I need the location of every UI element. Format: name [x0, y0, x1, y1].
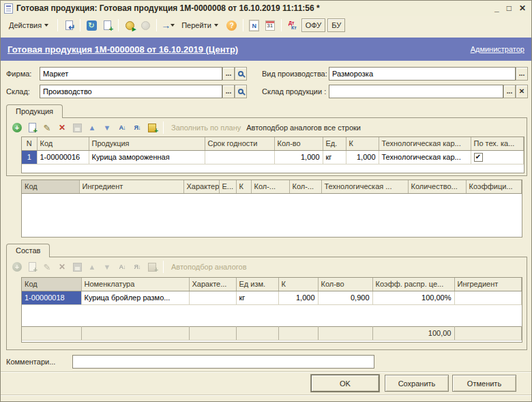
tab-products[interactable]: Продукция — [6, 104, 63, 118]
col-header-k[interactable]: К — [346, 137, 379, 150]
edit-row-button[interactable]: ✎ — [41, 121, 53, 134]
ok-button[interactable]: OK — [311, 375, 379, 392]
ingredient-cell[interactable] — [454, 291, 522, 304]
firm-input[interactable] — [40, 67, 222, 81]
warehouse-select-button[interactable]: ... — [222, 85, 235, 98]
firm-lookup-button[interactable] — [235, 67, 247, 81]
unit-cell[interactable]: кг — [236, 291, 278, 304]
tech-card-cell[interactable]: Технологическая кар... — [379, 150, 471, 164]
minimize-button[interactable]: _ — [494, 3, 499, 13]
col-header-quantity[interactable]: Количество... — [408, 180, 466, 193]
product-warehouse-clear-button[interactable]: ✕ — [516, 85, 528, 98]
qty-cell[interactable]: 0,900 — [318, 291, 372, 304]
dtkt-button[interactable]: Дт Кт — [286, 18, 299, 32]
col-header-coef[interactable]: Коэфф. распр. це... — [372, 278, 454, 291]
warehouse-input[interactable] — [40, 85, 222, 98]
close-button[interactable]: ✕ — [519, 3, 526, 13]
product-cell[interactable]: Курица замороженная — [89, 150, 205, 164]
copy-row-button[interactable]: + — [26, 121, 38, 134]
by-tech-card-cell[interactable]: ✔ — [471, 150, 524, 164]
delete-row-button[interactable]: ✕ — [56, 121, 68, 134]
characteristic-cell[interactable] — [189, 291, 236, 304]
production-type-select-button[interactable]: ... — [516, 67, 528, 81]
col-header-k[interactable]: К — [278, 278, 318, 291]
col-header-by-tech-card[interactable]: По тех. ка... — [471, 137, 524, 150]
col-header-nomenclature[interactable]: Номенклатура — [81, 278, 189, 291]
edit-row-button[interactable]: ✎ — [41, 261, 53, 273]
code-cell[interactable]: 1-00000016 — [37, 150, 89, 164]
unpost-document-button[interactable] — [138, 18, 152, 32]
shelf-life-cell[interactable] — [205, 150, 274, 164]
bu-toggle-button[interactable]: БУ — [327, 18, 345, 32]
post-document-button[interactable]: ▸ — [123, 18, 136, 32]
delete-row-button[interactable]: ✕ — [56, 261, 68, 273]
col-header-code[interactable]: Код — [22, 180, 79, 193]
copy-document-button[interactable]: + — [100, 18, 114, 32]
product-warehouse-input[interactable] — [329, 85, 503, 98]
move-down-button[interactable]: ▼ — [101, 261, 113, 273]
firm-select-button[interactable]: ... — [222, 67, 235, 81]
col-header-k[interactable]: К — [236, 180, 251, 193]
add-row-button[interactable]: + — [11, 121, 23, 134]
col-header-characteristic[interactable]: Характе... — [189, 278, 236, 291]
col-header-n[interactable]: N — [22, 137, 37, 150]
fill-button[interactable] — [146, 121, 158, 134]
qty-cell[interactable]: 1,000 — [274, 150, 323, 164]
copy-row-button[interactable]: + — [26, 261, 38, 273]
col-header-unit[interactable]: Ед. — [323, 137, 346, 150]
col-header-qty2[interactable]: Кол-... — [289, 180, 321, 193]
checkbox-checked-icon[interactable]: ✔ — [474, 153, 483, 162]
move-up-button[interactable]: ▲ — [86, 121, 98, 134]
col-header-characteristic[interactable]: Характери... — [183, 180, 219, 193]
tab-composition[interactable]: Состав — [6, 244, 50, 257]
actions-menu-button[interactable]: Действия — [4, 18, 53, 32]
fill-by-plan-button[interactable]: Заполнить по плану — [171, 124, 241, 132]
col-header-tech-card[interactable]: Технологическая ... — [321, 180, 408, 193]
document-number-button[interactable]: N — [248, 18, 261, 32]
maximize-button[interactable]: □ — [507, 3, 512, 13]
col-header-product[interactable]: Продукция — [89, 137, 205, 150]
go-button[interactable]: → — [161, 18, 175, 32]
move-down-button[interactable]: ▼ — [101, 121, 113, 134]
k-cell[interactable]: 1,000 — [278, 291, 318, 304]
cancel-button[interactable]: Отменить — [452, 375, 516, 392]
ofu-toggle-button[interactable]: ОФУ — [301, 18, 325, 32]
sort-asc-button[interactable]: А↓ — [116, 261, 128, 273]
col-header-qty1[interactable]: Кол-... — [251, 180, 289, 193]
end-edit-button[interactable] — [71, 121, 83, 134]
coef-cell[interactable]: 100,00% — [372, 291, 454, 304]
k-cell[interactable]: 1,000 — [346, 150, 379, 164]
product-warehouse-select-button[interactable]: ... — [503, 85, 516, 98]
col-header-unit[interactable]: Ед изм. — [236, 278, 278, 291]
row-number-cell[interactable]: 1 — [22, 150, 37, 164]
autoselect-all-rows-button[interactable]: Автоподбор аналогов все строки — [246, 124, 361, 132]
comment-input[interactable] — [72, 355, 374, 369]
table-row[interactable]: 1-00000018 Курица бройлер размо... кг 1,… — [22, 291, 522, 304]
help-button[interactable]: ? — [225, 18, 239, 32]
col-header-code[interactable]: Код — [37, 137, 89, 150]
col-header-ingredient[interactable]: Ингредиент — [79, 180, 183, 193]
sort-desc-button[interactable]: Я↓ — [131, 121, 143, 134]
document-date-button[interactable]: 31 — [263, 18, 277, 32]
nomenclature-cell[interactable]: Курица бройлер размо... — [81, 291, 189, 304]
col-header-shelf-life[interactable]: Срок годности — [205, 137, 274, 150]
table-row[interactable]: 1 1-00000016 Курица замороженная 1,000 к… — [22, 150, 524, 164]
move-up-button[interactable]: ▲ — [86, 261, 98, 273]
refresh-button[interactable]: ↻ — [85, 18, 98, 32]
code-cell[interactable]: 1-00000018 — [22, 291, 81, 304]
sort-desc-button[interactable]: Я↓ — [131, 261, 143, 273]
sort-asc-button[interactable]: А↓ — [116, 121, 128, 134]
end-edit-button[interactable] — [71, 261, 83, 273]
user-link[interactable]: Администратор — [471, 45, 524, 53]
col-header-qty[interactable]: Кол-во — [274, 137, 323, 150]
fill-button[interactable] — [146, 261, 158, 273]
col-header-unit[interactable]: Е... — [219, 180, 236, 193]
col-header-qty[interactable]: Кол-во — [318, 278, 372, 291]
production-type-input[interactable] — [329, 67, 516, 81]
col-header-coefficient[interactable]: Коэффици... — [466, 180, 522, 193]
col-header-ingredient[interactable]: Ингредиент — [454, 278, 522, 291]
col-header-tech-card[interactable]: Технологическая кар... — [379, 137, 471, 150]
save-button[interactable]: Сохранить — [385, 375, 449, 392]
add-row-button[interactable]: + — [11, 261, 23, 273]
document-title-link[interactable]: Готовая продукция 1М-0000008 от 16.10.20… — [8, 44, 238, 55]
